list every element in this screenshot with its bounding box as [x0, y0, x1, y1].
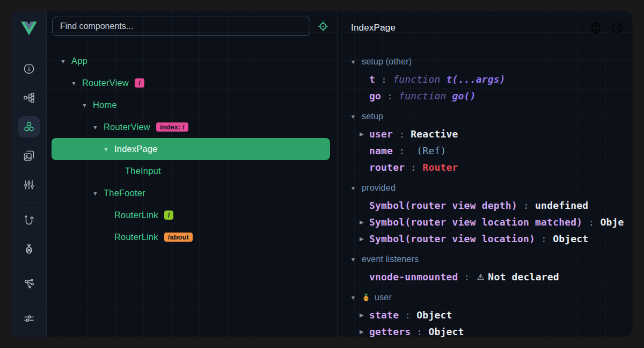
tree-node-label: RouterView — [104, 122, 150, 132]
section-rows: ▶Symbol(router view depth) : undefined▶S… — [350, 197, 633, 247]
sidebar-item-pinia[interactable] — [18, 238, 40, 259]
entry-colon: : — [405, 162, 422, 173]
entry-colon: : — [411, 326, 428, 337]
state-entry: ▶Symbol(router view depth) : undefined — [350, 197, 633, 214]
entry-value-keyword: function — [399, 90, 446, 102]
component-tree-panel: ▼App▼RouterView/▼Home▼RouterViewindex: /… — [47, 11, 338, 337]
entry-key: name — [369, 145, 393, 156]
section-title: event listeners — [362, 255, 419, 264]
entry-value: undefined — [535, 200, 588, 211]
tree-node-routerview[interactable]: ▼RouterViewindex: / — [52, 116, 330, 138]
sidebar-divider — [20, 202, 38, 202]
entry-key: router — [369, 162, 405, 173]
expand-caret-icon[interactable]: ▼ — [81, 102, 88, 108]
state-entry[interactable]: ▶user : Reactive — [350, 126, 633, 142]
sidebar-item-settings[interactable] — [18, 308, 40, 329]
entry-expand-caret-icon[interactable]: ▶ — [360, 236, 365, 242]
state-entry[interactable]: ▶getters : Object — [350, 323, 633, 337]
tree-node-home[interactable]: ▼Home — [52, 94, 330, 116]
section-header[interactable]: ▼provided — [350, 178, 633, 197]
expand-caret-icon[interactable]: ▼ — [60, 58, 67, 64]
tree-node-indexpage[interactable]: ▼IndexPage — [52, 138, 330, 160]
entry-key: state — [369, 309, 399, 321]
sidebar-item-assets[interactable] — [18, 145, 40, 166]
tree-node-label: TheFooter — [104, 188, 145, 198]
section-rows: ▶t : function t(...args)▶go : function g… — [350, 71, 633, 104]
entry-value: Not declared — [488, 271, 559, 282]
sidebar-item-graph[interactable] — [18, 273, 40, 294]
tree-node-thefooter[interactable]: ▼TheFooter — [52, 182, 330, 204]
entry-key: go — [369, 90, 381, 102]
entry-value: Router — [422, 162, 458, 173]
sidebar-divider — [20, 301, 38, 301]
expand-caret-icon[interactable]: ▼ — [92, 190, 99, 197]
section-header[interactable]: ▼setup (other) — [350, 52, 633, 71]
sidebar-item-overview[interactable] — [18, 58, 40, 79]
section-header[interactable]: ▼user — [350, 288, 633, 307]
sidebar-item-pages[interactable] — [18, 87, 40, 108]
tree-node-routerview[interactable]: ▼RouterView/ — [52, 72, 330, 94]
section-header[interactable]: ▼setup — [350, 107, 633, 126]
section-provided: ▼provided▶Symbol(router view depth) : un… — [350, 178, 633, 247]
section-header[interactable]: ▼event listeners — [350, 250, 633, 269]
panel-resize-handle[interactable] — [338, 11, 341, 337]
expand-caret-icon[interactable]: ▼ — [70, 80, 77, 86]
entry-expand-caret-icon[interactable]: ▶ — [360, 131, 365, 137]
state-entry[interactable]: ▶state : Object — [350, 307, 633, 323]
state-entry: ▶go : function go() — [350, 88, 633, 104]
entry-colon: : — [517, 200, 535, 211]
state-entry[interactable]: ▶Symbol(router view location) : Object — [350, 230, 633, 247]
entry-value: (Ref) — [411, 145, 446, 156]
entry-value-signature: t(...args) — [440, 74, 505, 85]
state-entry: ▶t : function t(...args) — [350, 71, 633, 88]
open-in-editor-icon — [610, 21, 624, 35]
tree-node-app[interactable]: ▼App — [52, 50, 330, 72]
graph-icon — [23, 277, 35, 290]
scroll-to-component-button[interactable] — [589, 21, 603, 35]
expand-caret-icon[interactable]: ▼ — [103, 146, 109, 153]
router-icon — [23, 213, 35, 226]
tree-node-label: RouterLink — [114, 210, 158, 220]
state-entry[interactable]: ▶Symbol(router view location matched) : … — [350, 214, 633, 230]
route-badge: / — [164, 211, 174, 220]
section-caret-icon[interactable]: ▼ — [350, 256, 356, 263]
section-caret-icon[interactable]: ▼ — [350, 185, 356, 191]
sidebar-item-timeline[interactable] — [18, 174, 40, 195]
entry-expand-caret-icon[interactable]: ▶ — [360, 312, 365, 318]
tree-node-label: IndexPage — [114, 144, 158, 154]
tree-node-routerlink[interactable]: ▼RouterLink/ — [52, 204, 330, 226]
tree-node-routerlink[interactable]: ▼RouterLink/about — [52, 226, 330, 248]
pineapple-icon — [362, 293, 370, 302]
state-entry: ▶name : (Ref) — [350, 142, 633, 159]
entry-expand-caret-icon[interactable]: ▶ — [360, 219, 365, 225]
tree-node-label: RouterView — [82, 78, 129, 88]
section-setup-other-: ▼setup (other)▶t : function t(...args)▶g… — [350, 52, 633, 104]
section-caret-icon[interactable]: ▼ — [350, 113, 356, 120]
scroll-to-icon — [589, 21, 603, 35]
inspect-target-icon[interactable] — [316, 19, 331, 34]
section-rows: ▶vnode-unmounted : ⚠Not declared — [350, 269, 633, 285]
entry-key: getters — [369, 326, 411, 337]
entry-colon: : — [381, 90, 399, 102]
components-toolbar — [47, 11, 338, 41]
inspector-panel: IndexPage ▼setup (other)▶t : function t(… — [341, 11, 633, 337]
search-input[interactable] — [52, 17, 310, 36]
inspector-header: IndexPage — [341, 11, 633, 45]
entry-key: t — [369, 74, 375, 85]
sidebar-item-router[interactable] — [18, 209, 40, 230]
entry-value-signature: go() — [447, 90, 476, 102]
vue-logo — [11, 11, 46, 46]
sidebar-item-components[interactable] — [18, 116, 40, 137]
open-in-editor-button[interactable] — [610, 21, 624, 35]
section-title: setup (other) — [362, 57, 412, 67]
route-badge: /about — [164, 233, 193, 242]
entry-expand-caret-icon[interactable]: ▶ — [360, 329, 365, 335]
tree-node-label: App — [71, 56, 87, 66]
entry-value: Obje — [600, 216, 624, 228]
section-caret-icon[interactable]: ▼ — [350, 294, 356, 301]
section-caret-icon[interactable]: ▼ — [350, 59, 356, 65]
tree-node-theinput[interactable]: ▼TheInput — [52, 160, 330, 182]
entry-colon: : — [535, 233, 553, 244]
entry-colon: : — [393, 145, 411, 156]
expand-caret-icon[interactable]: ▼ — [92, 124, 99, 130]
